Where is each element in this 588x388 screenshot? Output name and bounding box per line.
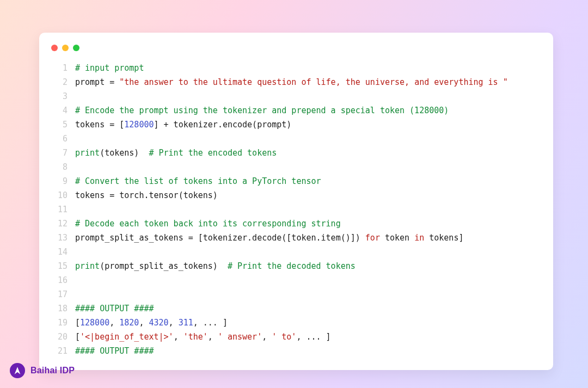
line-content: [75, 132, 541, 146]
line-number: 15: [51, 259, 68, 273]
line-content: prompt_split_as_tokens = [tokenizer.deco…: [75, 231, 541, 245]
line-content: #### OUTPUT ####: [75, 301, 541, 316]
code-card: 1# input prompt2prompt = "the answer to …: [39, 33, 553, 370]
line-number: 14: [51, 245, 68, 259]
line-number: 3: [51, 89, 68, 103]
line-content: [75, 287, 541, 301]
line-number: 2: [51, 75, 68, 89]
code-line: 4# Encode the prompt using the tokenizer…: [51, 103, 541, 118]
code-line: 17: [51, 287, 541, 301]
line-number: 11: [51, 202, 68, 217]
code-line: 14: [51, 245, 541, 259]
line-number: 7: [51, 146, 68, 160]
line-content: tokens = torch.tensor(tokens): [75, 188, 541, 202]
code-line: 21#### OUTPUT ####: [51, 344, 541, 358]
line-number: 17: [51, 287, 68, 301]
line-number: 20: [51, 330, 68, 344]
line-number: 4: [51, 103, 68, 118]
code-line: 1# input prompt: [51, 61, 541, 75]
line-number: 12: [51, 217, 68, 231]
line-number: 21: [51, 344, 68, 358]
line-number: 1: [51, 61, 68, 75]
line-content: #### OUTPUT ####: [75, 344, 541, 358]
line-content: print(tokens) # Print the encoded tokens: [75, 146, 541, 160]
code-line: 11: [51, 202, 541, 217]
line-content: [75, 160, 541, 174]
brand-name: Baihai IDP: [30, 366, 75, 375]
code-line: 3: [51, 89, 541, 103]
line-number: 6: [51, 132, 68, 146]
line-number: 16: [51, 273, 68, 287]
traffic-dot-red: [51, 45, 58, 51]
line-content: [75, 245, 541, 259]
code-block: 1# input prompt2prompt = "the answer to …: [51, 61, 541, 358]
code-line: 13prompt_split_as_tokens = [tokenizer.de…: [51, 231, 541, 245]
line-number: 18: [51, 301, 68, 316]
line-number: 8: [51, 160, 68, 174]
line-number: 19: [51, 316, 68, 330]
line-content: # Encode the prompt using the tokenizer …: [75, 103, 541, 118]
code-line: 10tokens = torch.tensor(tokens): [51, 188, 541, 202]
traffic-dot-green: [73, 45, 79, 51]
code-line: 18#### OUTPUT ####: [51, 301, 541, 316]
line-content: [128000, 1820, 4320, 311, ... ]: [75, 316, 541, 330]
code-line: 15print(prompt_split_as_tokens) # Print …: [51, 259, 541, 273]
window-traffic-lights: [51, 45, 541, 51]
code-line: 12# Decode each token back into its corr…: [51, 217, 541, 231]
code-line: 20['<|begin_of_text|>', 'the', ' answer'…: [51, 330, 541, 344]
line-content: prompt = "the answer to the ultimate que…: [75, 75, 541, 89]
line-content: ['<|begin_of_text|>', 'the', ' answer', …: [75, 330, 541, 344]
line-number: 13: [51, 231, 68, 245]
brand-logo-icon: [10, 363, 25, 378]
traffic-dot-yellow: [62, 45, 69, 51]
line-content: [75, 202, 541, 217]
line-number: 5: [51, 118, 68, 132]
code-line: 2prompt = "the answer to the ultimate qu…: [51, 75, 541, 89]
line-content: # Decode each token back into its corres…: [75, 217, 541, 231]
footer-brand: Baihai IDP: [10, 363, 75, 378]
line-content: # Convert the list of tokens into a PyTo…: [75, 174, 541, 188]
code-line: 8: [51, 160, 541, 174]
line-number: 10: [51, 188, 68, 202]
line-number: 9: [51, 174, 68, 188]
code-line: 6: [51, 132, 541, 146]
code-line: 9# Convert the list of tokens into a PyT…: [51, 174, 541, 188]
code-line: 16: [51, 273, 541, 287]
code-line: 7print(tokens) # Print the encoded token…: [51, 146, 541, 160]
line-content: [75, 273, 541, 287]
line-content: print(prompt_split_as_tokens) # Print th…: [75, 259, 541, 273]
line-content: # input prompt: [75, 61, 541, 75]
code-line: 5tokens = [128000] + tokenizer.encode(pr…: [51, 118, 541, 132]
code-line: 19[128000, 1820, 4320, 311, ... ]: [51, 316, 541, 330]
line-content: [75, 89, 541, 103]
line-content: tokens = [128000] + tokenizer.encode(pro…: [75, 118, 541, 132]
